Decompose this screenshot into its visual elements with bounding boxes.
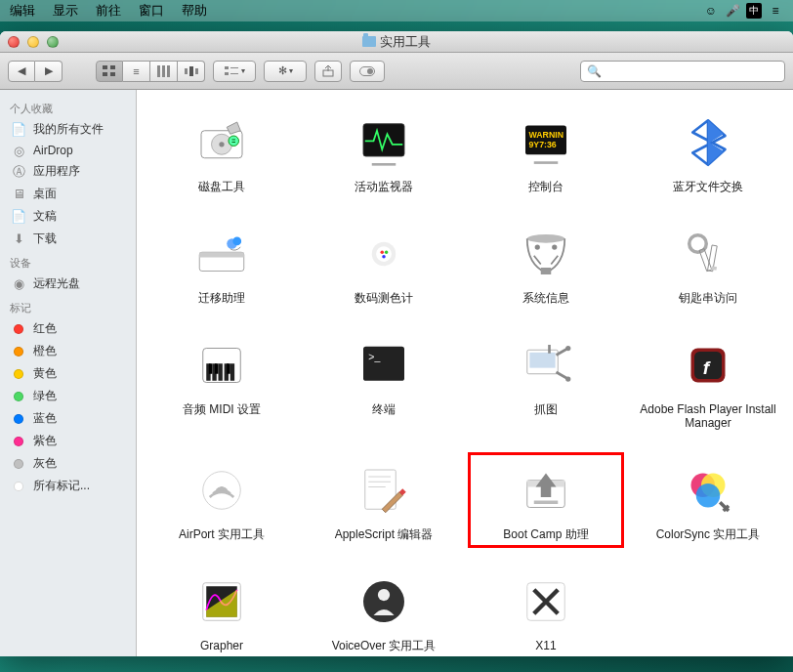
app-label: 抓图: [534, 402, 558, 416]
voiceover-icon: [353, 570, 415, 633]
colorsync-icon: [677, 459, 739, 522]
content-area: 磁盘工具活动监视器控制台蓝牙文件交换迁移助理数码测色计系统信息钥匙串访问音频 M…: [137, 90, 793, 656]
activity-monitor-icon: [353, 111, 415, 174]
x11-icon: [515, 570, 577, 633]
app-label: 数码测色计: [355, 291, 413, 305]
app-label: AppleScript 编辑器: [335, 527, 434, 541]
svg-rect-8: [189, 66, 193, 76]
sidebar-item-documents[interactable]: 📄文稿: [0, 205, 136, 228]
app-colorsync[interactable]: ColorSync 实用工具: [631, 453, 785, 547]
tag-dot-icon: [14, 347, 23, 357]
app-console[interactable]: 控制台: [469, 105, 623, 199]
migration-icon: [190, 223, 253, 285]
sidebar-item-desktop[interactable]: 🖥桌面: [0, 183, 136, 205]
app-system-info[interactable]: 系统信息: [469, 217, 623, 311]
sidebar-item-label: 文稿: [33, 208, 57, 225]
sidebar-tags-header: 标记: [0, 295, 136, 317]
status-icon-mic[interactable]: 🎤: [725, 3, 740, 19]
tag-dot-icon: [14, 414, 23, 424]
app-airport[interactable]: AirPort 实用工具: [145, 453, 299, 547]
sidebar-item-downloads[interactable]: ⬇下载: [0, 228, 136, 250]
desktop-icon: 🖥: [10, 188, 27, 201]
app-color-meter[interactable]: 数码测色计: [307, 217, 461, 311]
sidebar-item-label: 远程光盘: [33, 275, 80, 292]
menu-view[interactable]: 显示: [53, 2, 78, 20]
coverflow-icon: [185, 65, 198, 77]
sidebar-item-airdrop[interactable]: ◎AirDrop: [0, 141, 136, 160]
app-migration[interactable]: 迁移助理: [145, 217, 299, 311]
app-grab[interactable]: 抓图: [469, 328, 623, 436]
sidebar-item-remote-disc[interactable]: ◉远程光盘: [0, 273, 136, 295]
flash-icon: [677, 334, 739, 397]
menu-left: 编辑 显示 前往 窗口 帮助: [10, 2, 207, 20]
sidebar-tag[interactable]: 红色: [0, 317, 136, 340]
app-activity-monitor[interactable]: 活动监视器: [307, 105, 461, 199]
search-input[interactable]: [605, 64, 778, 78]
airdrop-icon: ◎: [10, 144, 27, 157]
menu-edit[interactable]: 编辑: [10, 2, 35, 20]
menu-window[interactable]: 窗口: [139, 2, 164, 20]
view-column-button[interactable]: [150, 61, 178, 82]
tags-button[interactable]: [350, 61, 385, 82]
sidebar-item-all-files[interactable]: 📄我的所有文件: [0, 118, 136, 141]
app-label: Grapher: [200, 639, 243, 652]
sidebar-tag[interactable]: 蓝色: [0, 407, 136, 430]
sidebar-tag[interactable]: 灰色: [0, 452, 136, 475]
input-method-icon[interactable]: 中: [746, 3, 762, 19]
sidebar-tag[interactable]: 绿色: [0, 385, 136, 407]
search-box[interactable]: 🔍: [580, 61, 785, 82]
downloads-icon: ⬇: [10, 232, 27, 246]
share-button[interactable]: [314, 61, 342, 82]
svg-rect-13: [230, 73, 238, 74]
view-icon-button[interactable]: [96, 61, 123, 82]
window-title: 实用工具: [0, 33, 793, 51]
sidebar-item-apps[interactable]: Ⓐ应用程序: [0, 160, 136, 183]
status-icon-1[interactable]: ☺: [703, 3, 719, 19]
sidebar-item-label: 橙色: [33, 343, 57, 359]
app-label: Boot Camp 助理: [503, 527, 588, 541]
app-flash[interactable]: Adobe Flash Player Install Manager: [631, 328, 785, 436]
svg-rect-4: [157, 65, 160, 77]
arrange-icon: [225, 66, 238, 76]
app-label: X11: [535, 639, 556, 652]
view-coverflow-button[interactable]: [178, 61, 205, 82]
arrange-button[interactable]: ▾: [213, 61, 256, 82]
grapher-icon: [190, 570, 253, 633]
app-applescript[interactable]: AppleScript 编辑器: [307, 453, 461, 547]
app-label: 迁移助理: [198, 291, 245, 305]
app-label: 钥匙串访问: [679, 291, 737, 305]
sidebar-tag[interactable]: 黄色: [0, 362, 136, 385]
menu-go[interactable]: 前往: [96, 2, 121, 20]
action-group: ✻ ▾: [264, 61, 307, 82]
app-bootcamp[interactable]: Boot Camp 助理: [469, 453, 623, 547]
app-label: ColorSync 实用工具: [656, 527, 761, 541]
sidebar-tag[interactable]: 橙色: [0, 340, 136, 362]
app-disk-utility[interactable]: 磁盘工具: [145, 105, 299, 199]
tag-dot-icon: [14, 392, 23, 401]
app-audio-midi[interactable]: 音频 MIDI 设置: [145, 328, 299, 436]
view-list-button[interactable]: ≡: [123, 61, 150, 82]
app-keychain[interactable]: 钥匙串访问: [631, 217, 785, 311]
sidebar-item-label: 蓝色: [33, 410, 57, 427]
sidebar-tag[interactable]: 紫色: [0, 430, 136, 452]
menu-help[interactable]: 帮助: [182, 2, 207, 20]
titlebar[interactable]: 实用工具: [0, 31, 793, 53]
all-files-icon: 📄: [10, 123, 27, 137]
status-icon-4[interactable]: ≡: [768, 3, 783, 19]
app-label: 系统信息: [522, 291, 569, 305]
app-x11[interactable]: X11: [469, 565, 623, 656]
app-grapher[interactable]: Grapher: [145, 565, 299, 656]
app-voiceover[interactable]: VoiceOver 实用工具: [307, 565, 461, 656]
system-info-icon: [515, 223, 577, 285]
back-button[interactable]: ◀: [8, 61, 35, 82]
app-label: VoiceOver 实用工具: [332, 639, 437, 652]
app-terminal[interactable]: 终端: [307, 328, 461, 436]
title-text: 实用工具: [380, 33, 431, 51]
forward-button[interactable]: ▶: [35, 61, 63, 82]
disk-utility-icon: [190, 111, 253, 174]
app-bluetooth[interactable]: 蓝牙文件交换: [631, 105, 785, 199]
bluetooth-icon: [677, 111, 739, 174]
app-label: 磁盘工具: [198, 180, 245, 193]
sidebar-tag[interactable]: 所有标记...: [0, 475, 136, 497]
action-button[interactable]: ✻ ▾: [264, 61, 307, 82]
